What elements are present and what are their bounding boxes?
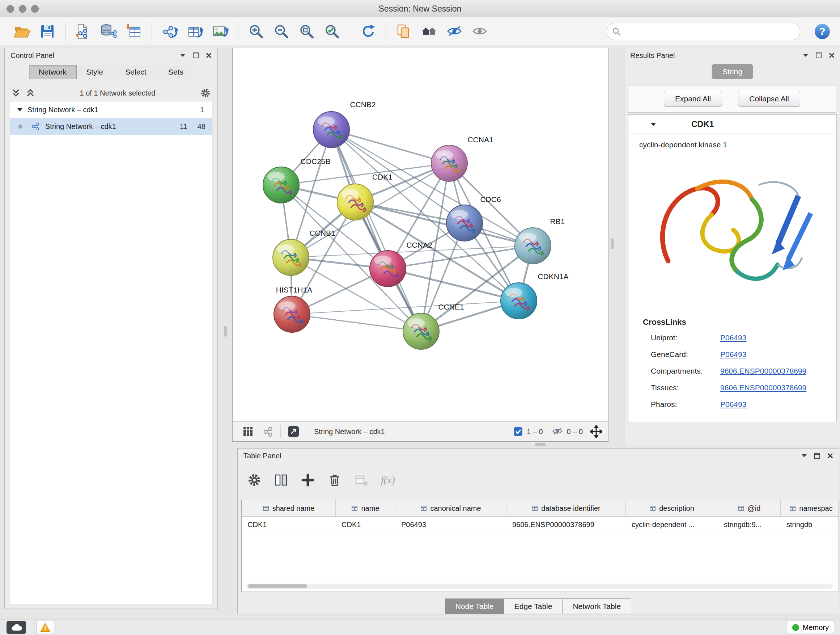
scrollbar-thumb[interactable]	[248, 584, 308, 588]
expand-all-button[interactable]: Expand All	[664, 91, 722, 107]
tree-caret-icon[interactable]	[17, 108, 22, 111]
add-column-plus-icon[interactable]	[301, 473, 315, 487]
bottom-splitter-handle[interactable]	[535, 443, 546, 447]
node-HIST1H1A[interactable]: HIST1H1A	[274, 286, 312, 333]
close-window-button[interactable]	[6, 5, 14, 13]
help-button[interactable]: ?	[813, 22, 831, 41]
table-row[interactable]: CDK1 CDK1 P06493 9606.ENSP00000378699 cy…	[242, 516, 838, 533]
table-horizontal-scrollbar[interactable]	[246, 584, 833, 589]
zoom-in-button[interactable]	[246, 21, 267, 42]
zoom-fit-content-button[interactable]	[296, 21, 317, 42]
open-session-button[interactable]	[11, 21, 33, 42]
cell-id[interactable]: stringdb:9...	[718, 521, 781, 529]
minimize-window-button[interactable]	[19, 5, 27, 13]
collapse-all-icon[interactable]	[11, 88, 21, 98]
edge-CCNE1-HIST1H1A[interactable]	[292, 314, 421, 331]
save-session-button[interactable]	[37, 21, 58, 42]
cell-shared-name[interactable]: CDK1	[242, 521, 336, 529]
node-RB1[interactable]: RB1	[515, 217, 565, 264]
export-network-button[interactable]	[159, 21, 180, 42]
crosslink-uniprot[interactable]: P06493	[720, 333, 746, 342]
birds-eye-view-icon[interactable]	[243, 426, 254, 437]
float-panel-icon[interactable]	[814, 453, 820, 459]
show-columns-icon[interactable]	[274, 473, 288, 487]
show-all-button[interactable]	[469, 21, 490, 42]
edge-CCNB2-CCNE1[interactable]	[332, 130, 421, 331]
node-CDC6[interactable]: CDC6	[447, 195, 501, 241]
gene-collapse-caret-icon[interactable]	[650, 122, 657, 126]
import-table-from-file-button[interactable]	[123, 21, 144, 42]
network-canvas[interactable]: CCNB2CCNA1CDC25BCDK1CDC6RB1CCNB1CCNA2CDK…	[233, 48, 608, 421]
selected-checkbox-icon[interactable]	[513, 426, 523, 437]
cell-name[interactable]: CDK1	[336, 521, 395, 529]
tab-network-table[interactable]: Network Table	[562, 599, 631, 614]
cell-canonical-name[interactable]: P06493	[395, 521, 507, 529]
memory-button[interactable]: Memory	[786, 621, 835, 634]
left-splitter-handle[interactable]	[224, 326, 227, 337]
panel-menu-caret-icon[interactable]	[180, 54, 186, 57]
warnings-button[interactable]	[36, 621, 54, 634]
duplicate-network-button[interactable]	[393, 21, 414, 42]
delete-column-trash-icon[interactable]	[327, 473, 342, 487]
results-tab-string[interactable]: String	[712, 64, 753, 79]
hide-selected-button[interactable]	[444, 21, 465, 42]
node-CCNA1[interactable]: CCNA1	[431, 135, 493, 181]
export-table-button[interactable]	[185, 21, 205, 42]
import-network-from-database-button[interactable]	[98, 21, 119, 42]
close-panel-icon[interactable]	[206, 52, 212, 58]
column-header-description[interactable]: description	[626, 500, 718, 516]
float-panel-icon[interactable]	[816, 52, 821, 58]
column-header-namespace[interactable]: namespac	[781, 500, 839, 516]
hidden-eye-slash-icon[interactable]	[552, 426, 563, 437]
right-splitter-handle[interactable]	[611, 238, 614, 249]
apply-preferred-layout-button[interactable]	[357, 21, 378, 42]
column-header-id[interactable]: @id	[718, 500, 781, 516]
panel-menu-caret-icon[interactable]	[801, 454, 807, 458]
close-panel-icon[interactable]	[827, 453, 833, 459]
node-CCNE1[interactable]: CCNE1	[403, 302, 464, 349]
node-CCNB1[interactable]: CCNB1	[273, 229, 335, 276]
column-header-database-identifier[interactable]: database identifier	[507, 500, 626, 516]
column-header-shared-name[interactable]: shared name	[242, 500, 336, 516]
network-row-selected[interactable]: String Network – cdk1 11 48	[10, 118, 212, 135]
zoom-out-button[interactable]	[271, 21, 292, 42]
column-header-name[interactable]: name	[336, 500, 395, 516]
cell-namespace[interactable]: stringdb	[781, 521, 839, 529]
export-image-button[interactable]	[210, 21, 231, 42]
panel-menu-caret-icon[interactable]	[803, 54, 808, 57]
network-share-icon[interactable]	[263, 426, 274, 437]
crosslink-genecard[interactable]: P06493	[720, 350, 746, 359]
close-panel-icon[interactable]	[829, 52, 835, 58]
homes-icon	[421, 23, 437, 40]
import-network-from-file-button[interactable]	[73, 21, 94, 42]
network-options-gear-icon[interactable]	[200, 88, 211, 98]
crosslink-tissues[interactable]: 9606.ENSP00000378699	[720, 383, 806, 392]
tab-sets[interactable]: Sets	[159, 65, 193, 79]
expand-all-icon[interactable]	[26, 88, 35, 98]
home-button[interactable]	[418, 21, 439, 42]
cell-description[interactable]: cyclin-dependent ...	[626, 521, 718, 529]
zoom-selected-button[interactable]	[322, 21, 343, 42]
open-in-new-window-icon[interactable]	[287, 425, 300, 438]
tab-style[interactable]: Style	[76, 65, 113, 79]
tab-network[interactable]: Network	[29, 65, 77, 79]
tab-edge-table[interactable]: Edge Table	[504, 599, 563, 614]
cloud-button[interactable]	[6, 621, 26, 634]
fit-selected-crosshair-icon[interactable]	[590, 425, 602, 438]
zoom-window-button[interactable]	[31, 5, 39, 13]
node-CDKN1A[interactable]: CDKN1A	[501, 272, 569, 319]
cell-database-identifier[interactable]: 9606.ENSP00000378699	[507, 521, 626, 529]
tab-select[interactable]: Select	[113, 65, 159, 79]
table-settings-gear-icon[interactable]	[247, 473, 262, 487]
search-input[interactable]	[624, 27, 795, 36]
node-CDK1[interactable]: CDK1	[337, 173, 393, 220]
crosslink-compartments[interactable]: 9606.ENSP00000378699	[720, 367, 806, 375]
collapse-all-button[interactable]: Collapse All	[738, 91, 800, 107]
column-header-canonical-name[interactable]: canonical name	[395, 500, 507, 516]
crosslink-pharos[interactable]: P06493	[720, 400, 746, 409]
node-CCNB2[interactable]: CCNB2	[313, 100, 376, 148]
network-collection-row[interactable]: String Network – cdk1 1	[10, 101, 212, 118]
float-panel-icon[interactable]	[193, 52, 199, 58]
column-type-icon	[531, 505, 538, 511]
tab-node-table[interactable]: Node Table	[445, 599, 504, 614]
